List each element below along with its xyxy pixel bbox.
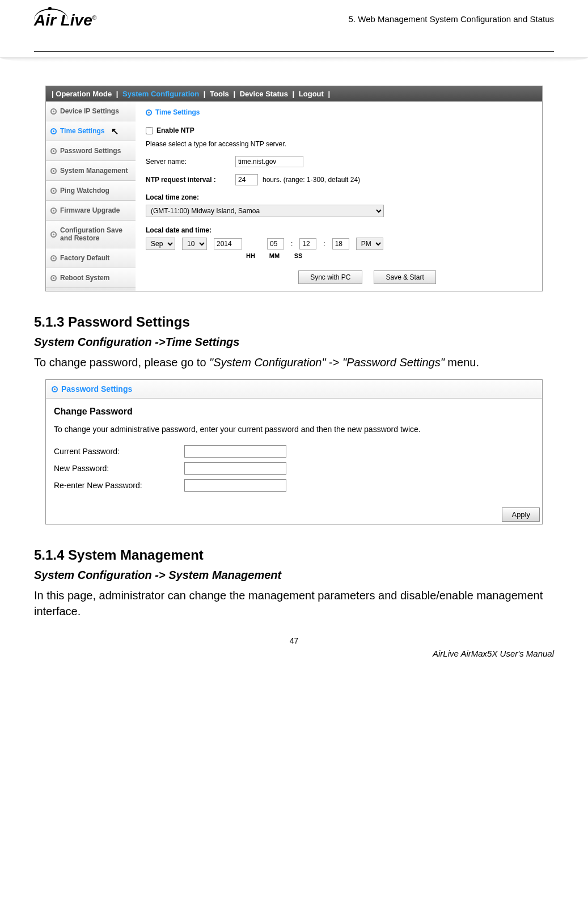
- panel-title: Time Settings: [146, 108, 532, 116]
- minute-input[interactable]: [299, 238, 316, 249]
- nav-sep: |: [233, 90, 235, 98]
- page-header: Air Live® 5. Web Management System Confi…: [34, 11, 554, 45]
- bullet-icon: [50, 275, 57, 281]
- bullet-icon: [146, 109, 152, 116]
- sidebar-item-firmware-upgrade[interactable]: Firmware Upgrade: [46, 201, 136, 221]
- colon: :: [291, 240, 293, 248]
- header-swoosh: [0, 57, 588, 69]
- sidebar-label: Configuration Save and Restore: [60, 226, 131, 242]
- logo-dot-icon: [48, 7, 52, 10]
- ampm-select[interactable]: PM: [356, 238, 383, 250]
- nav-tools[interactable]: Tools: [210, 90, 229, 98]
- sidebar-item-password[interactable]: Password Settings: [46, 141, 136, 161]
- breadcrumb-513: System Configuration ->Time Settings: [34, 336, 554, 349]
- current-password-label: Current Password:: [54, 447, 184, 456]
- page-number: 47: [34, 636, 554, 645]
- ss-label: SS: [290, 252, 307, 259]
- cursor-icon: ↖: [111, 126, 119, 137]
- chapter-title: 5. Web Management System Configuration a…: [349, 11, 554, 24]
- interval-input[interactable]: [235, 174, 258, 185]
- change-password-info: To change your administrative password, …: [54, 425, 534, 434]
- month-select[interactable]: Sep: [146, 238, 175, 250]
- sidebar-item-factory-default[interactable]: Factory Default: [46, 248, 136, 268]
- bullet-icon: [50, 168, 57, 174]
- nav-device-status[interactable]: Device Status: [240, 90, 288, 98]
- sync-with-pc-button[interactable]: Sync with PC: [298, 270, 362, 284]
- second-input[interactable]: [332, 238, 349, 249]
- interval-suffix: hours. (range: 1-300, default 24): [263, 176, 360, 184]
- sidebar: Device IP Settings Time Settings↖ Passwo…: [46, 101, 136, 291]
- logo-arc-icon: [34, 9, 68, 20]
- breadcrumb-514: System Configuration -> System Managemen…: [34, 569, 554, 582]
- nav-sep: |: [328, 90, 331, 98]
- day-select[interactable]: 10: [182, 238, 207, 250]
- top-nav-bar: | Operation Mode | System Configuration …: [46, 86, 542, 101]
- save-start-button[interactable]: Save & Start: [374, 270, 435, 284]
- enable-ntp-checkbox[interactable]: Enable NTP: [146, 126, 532, 134]
- sidebar-item-reboot[interactable]: Reboot System: [46, 268, 136, 288]
- time-settings-screenshot: | Operation Mode | System Configuration …: [45, 86, 543, 291]
- new-password-input[interactable]: [184, 462, 286, 475]
- reenter-password-label: Re-enter New Password:: [54, 481, 184, 490]
- ntp-hint: Please select a type for accessing NTP s…: [146, 140, 532, 148]
- registered-icon: ®: [92, 15, 96, 21]
- logo: Air Live®: [34, 11, 147, 45]
- apply-button[interactable]: Apply: [502, 507, 540, 522]
- bullet-icon: [50, 188, 57, 194]
- mm-label: MM: [266, 252, 283, 259]
- sidebar-label: Time Settings: [60, 127, 104, 135]
- sidebar-label: Firmware Upgrade: [60, 206, 120, 214]
- bullet-icon: [50, 231, 57, 238]
- sidebar-label: Password Settings: [60, 147, 121, 155]
- reenter-password-input[interactable]: [184, 479, 286, 492]
- para-514: In this page, administrator can change t…: [34, 587, 554, 619]
- nav-logout[interactable]: Logout: [299, 90, 324, 98]
- nav-sep: |: [204, 90, 206, 98]
- manual-title: AirLive AirMax5X User's Manual: [34, 649, 554, 658]
- main-panel: Time Settings Enable NTP Please select a…: [136, 101, 542, 291]
- section-heading-513: 5.1.3 Password Settings: [34, 314, 554, 330]
- sidebar-label: Device IP Settings: [60, 107, 119, 115]
- sidebar-item-time-settings[interactable]: Time Settings↖: [46, 121, 136, 141]
- nav-sep: |: [293, 90, 295, 98]
- hh-label: HH: [242, 252, 259, 259]
- hour-input[interactable]: [267, 238, 284, 249]
- password-settings-screenshot: Password Settings Change Password To cha…: [45, 379, 543, 524]
- nav-sep: |: [52, 90, 54, 98]
- current-password-input[interactable]: [184, 445, 286, 458]
- change-password-heading: Change Password: [54, 407, 534, 417]
- year-input[interactable]: [214, 238, 242, 249]
- bullet-icon: [50, 255, 57, 261]
- server-name-label: Server name:: [146, 158, 231, 166]
- interval-label: NTP request interval :: [146, 176, 231, 184]
- sidebar-label: System Management: [60, 167, 128, 175]
- timezone-select[interactable]: (GMT-11:00) Midway Island, Samoa: [146, 205, 384, 217]
- bullet-icon: [50, 108, 57, 115]
- sidebar-item-ping-watchdog[interactable]: Ping Watchdog: [46, 181, 136, 201]
- para-513: To change password, please go to "System…: [34, 354, 554, 370]
- bullet-icon: [50, 128, 57, 134]
- nav-operation-mode[interactable]: Operation Mode: [56, 90, 112, 98]
- sidebar-item-device-ip[interactable]: Device IP Settings: [46, 101, 136, 121]
- sidebar-label: Factory Default: [60, 254, 109, 262]
- new-password-label: New Password:: [54, 464, 184, 473]
- nav-system-configuration[interactable]: System Configuration: [122, 90, 199, 98]
- panel-title-password: Password Settings: [46, 380, 542, 399]
- sidebar-label: Reboot System: [60, 274, 109, 282]
- timezone-label: Local time zone:: [146, 193, 532, 201]
- enable-ntp-input[interactable]: [146, 127, 153, 134]
- bullet-icon: [50, 148, 57, 154]
- enable-ntp-label: Enable NTP: [156, 126, 194, 134]
- nav-sep: |: [116, 90, 119, 98]
- header-divider: [34, 51, 554, 52]
- section-heading-514: 5.1.4 System Management: [34, 547, 554, 563]
- colon: :: [323, 240, 325, 248]
- bullet-icon: [50, 208, 57, 214]
- sidebar-item-config-save-restore[interactable]: Configuration Save and Restore: [46, 221, 136, 248]
- datetime-label: Local date and time:: [146, 226, 532, 234]
- server-name-input[interactable]: [235, 156, 303, 167]
- sidebar-item-system-management[interactable]: System Management: [46, 161, 136, 181]
- bullet-icon: [52, 386, 58, 392]
- sidebar-label: Ping Watchdog: [60, 187, 109, 194]
